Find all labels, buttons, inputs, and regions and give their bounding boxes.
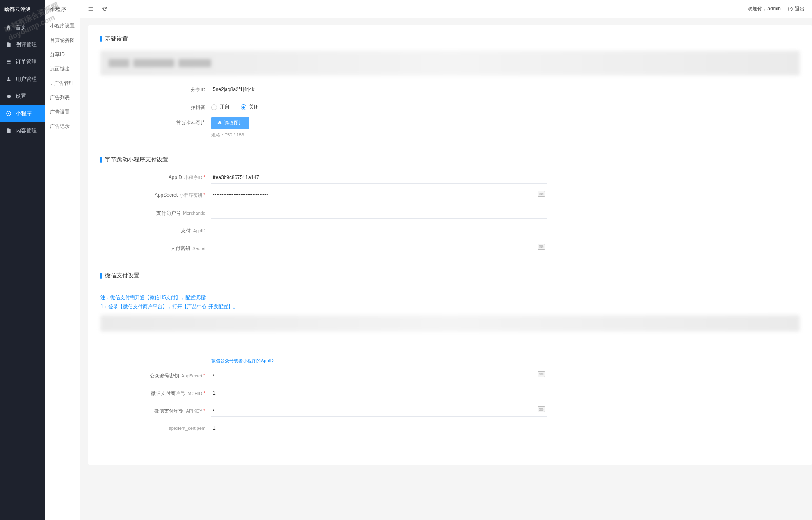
power-icon xyxy=(787,6,793,12)
subnav-share-id[interactable]: 分享ID xyxy=(45,48,80,62)
label-bd-pay-secret: 支付密钥 Secret xyxy=(100,242,211,252)
label-wx-appsecret: 公众账号密钥 AppSecret* xyxy=(100,370,211,379)
input-bd-pay-secret[interactable] xyxy=(211,242,547,254)
keyboard-icon[interactable]: ⌨ xyxy=(538,244,545,250)
label-wx-cert: apiclient_cert.pem xyxy=(100,422,211,431)
doc-icon xyxy=(6,128,11,134)
label-home-image: 首页推荐图片 xyxy=(100,117,211,127)
svg-point-1 xyxy=(8,113,9,114)
label-bd-merchant: 支付商户号 MerchantId xyxy=(100,207,211,217)
nav-settings[interactable]: 设置 xyxy=(0,88,45,105)
subnav-home-carousel[interactable]: 首页轮播图 xyxy=(45,33,80,48)
nav-miniapp[interactable]: 小程序 xyxy=(0,105,45,122)
keyboard-icon[interactable]: ⌨ xyxy=(538,371,545,377)
label-douyin: 拍抖音 xyxy=(100,101,211,111)
logout-button[interactable]: 退出 xyxy=(787,5,805,12)
topbar: 欢迎你，admin 退出 xyxy=(80,0,812,18)
section-title-basic: 基础设置 xyxy=(100,35,800,43)
label-wx-apikey: 微信支付密钥 APIKEY* xyxy=(100,405,211,415)
input-wx-apikey[interactable] xyxy=(211,405,547,417)
main-sidebar: 啥都云评测 首页 测评管理 订单管理 用户管理 设置 xyxy=(0,0,45,520)
radio-icon xyxy=(241,104,246,110)
label-bd-pay-appid: 支付 AppID xyxy=(100,225,211,234)
label-bd-secret: AppSecret 小程序密钥* xyxy=(100,189,211,198)
subnav-ad-list[interactable]: 广告列表 xyxy=(45,91,80,105)
cloud-upload-icon xyxy=(217,121,222,126)
wechat-notice: 注：微信支付需开通【微信H5支付】，配置流程: 1：登录【微信支付商户平台】，打… xyxy=(100,288,800,345)
app-icon xyxy=(6,111,11,116)
welcome-text: 欢迎你，admin xyxy=(748,5,781,12)
input-bd-secret[interactable] xyxy=(211,189,547,201)
subnav-ad-record[interactable]: 广告记录 xyxy=(45,119,80,134)
gear-icon xyxy=(6,93,11,99)
input-wx-mchid[interactable] xyxy=(211,387,547,399)
upload-image-button[interactable]: 选择图片 xyxy=(211,117,249,129)
input-bd-merchant[interactable] xyxy=(211,207,547,219)
nav-review[interactable]: 测评管理 xyxy=(0,36,45,53)
subnav-page-link[interactable]: 页面链接 xyxy=(45,62,80,76)
radio-douyin-open[interactable]: 开启 xyxy=(211,104,229,111)
blurred-region xyxy=(100,51,800,75)
image-size-hint: 规格：750 * 186 xyxy=(211,132,547,138)
label-bd-appid: AppID 小程序ID* xyxy=(100,172,211,181)
home-icon xyxy=(6,25,11,30)
input-share-id[interactable] xyxy=(211,84,547,95)
radio-douyin-close[interactable]: 关闭 xyxy=(241,104,259,111)
wx-appid-hint: 微信公众号或者小程序的AppID xyxy=(211,358,547,364)
settings-card: 基础设置 分享ID 拍抖音 开启 xyxy=(88,25,812,465)
sub-nav: 小程序设置 首页轮播图 分享ID 页面链接 广告管理 广告列表 广告设置 广告记… xyxy=(45,19,80,134)
doc-icon xyxy=(6,42,11,48)
section-title-wechat: 微信支付设置 xyxy=(100,272,800,279)
user-icon xyxy=(6,76,11,82)
sub-sidebar: 小程序 小程序设置 首页轮播图 分享ID 页面链接 广告管理 广告列表 广告设置… xyxy=(45,0,80,520)
sub-nav-title: 小程序 xyxy=(45,0,80,19)
subnav-miniapp-settings[interactable]: 小程序设置 xyxy=(45,19,80,33)
subnav-ad-settings[interactable]: 广告设置 xyxy=(45,105,80,119)
main-nav: 首页 测评管理 订单管理 用户管理 设置 小程序 xyxy=(0,19,45,139)
label-share-id: 分享ID xyxy=(100,84,211,93)
radio-icon xyxy=(211,104,217,110)
collapse-icon[interactable] xyxy=(87,6,94,12)
keyboard-icon[interactable]: ⌨ xyxy=(538,406,545,412)
input-wx-appsecret[interactable] xyxy=(211,370,547,381)
refresh-icon[interactable] xyxy=(101,6,108,12)
input-bd-appid[interactable] xyxy=(211,172,547,184)
nav-user[interactable]: 用户管理 xyxy=(0,70,45,88)
list-icon xyxy=(6,59,11,65)
input-wx-cert[interactable] xyxy=(211,422,547,434)
section-title-bytedance: 字节跳动小程序支付设置 xyxy=(100,156,800,163)
keyboard-icon[interactable]: ⌨ xyxy=(538,191,545,197)
input-bd-pay-appid[interactable] xyxy=(211,225,547,236)
app-logo: 啥都云评测 xyxy=(0,0,45,19)
label-wx-mchid: 微信支付商户号 MCHID* xyxy=(100,387,211,397)
nav-order[interactable]: 订单管理 xyxy=(0,53,45,70)
nav-home[interactable]: 首页 xyxy=(0,19,45,36)
nav-content[interactable]: 内容管理 xyxy=(0,122,45,139)
subnav-ad-manage[interactable]: 广告管理 xyxy=(45,76,80,91)
